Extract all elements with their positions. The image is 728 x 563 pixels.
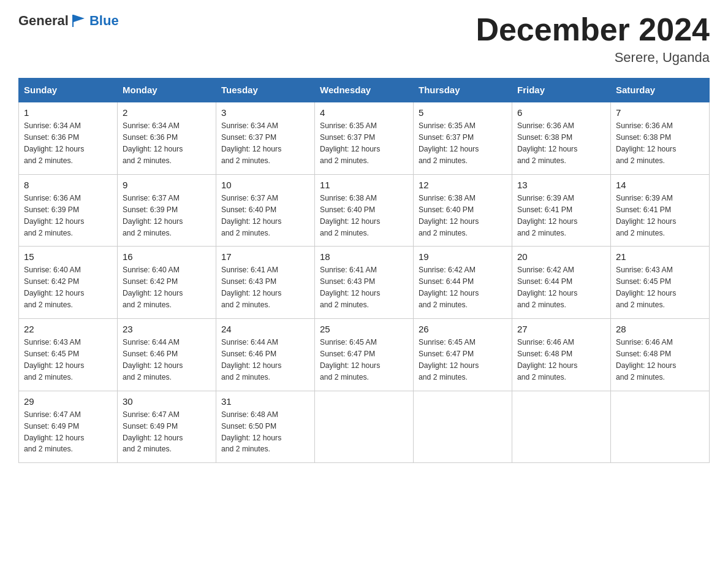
day-number: 21 [616, 251, 704, 262]
day-number: 30 [123, 396, 211, 407]
day-info: Sunrise: 6:37 AM Sunset: 6:40 PM Dayligh… [221, 193, 309, 239]
location-title: Serere, Uganda [476, 50, 710, 66]
calendar-cell: 14 Sunrise: 6:39 AM Sunset: 6:41 PM Dayl… [611, 174, 710, 247]
calendar-week-row: 1 Sunrise: 6:34 AM Sunset: 6:36 PM Dayli… [19, 102, 710, 174]
day-number: 2 [123, 107, 211, 118]
day-info: Sunrise: 6:36 AM Sunset: 6:39 PM Dayligh… [24, 193, 112, 239]
day-number: 16 [123, 251, 211, 262]
calendar-cell: 25 Sunrise: 6:45 AM Sunset: 6:47 PM Dayl… [315, 319, 414, 391]
day-info: Sunrise: 6:45 AM Sunset: 6:47 PM Dayligh… [320, 337, 408, 383]
day-number: 23 [123, 324, 211, 334]
calendar-cell [315, 391, 414, 463]
calendar-week-row: 29 Sunrise: 6:47 AM Sunset: 6:49 PM Dayl… [19, 391, 710, 463]
day-number: 19 [419, 251, 507, 262]
calendar-cell: 13 Sunrise: 6:39 AM Sunset: 6:41 PM Dayl… [512, 174, 611, 247]
day-info: Sunrise: 6:37 AM Sunset: 6:39 PM Dayligh… [123, 193, 211, 239]
column-header-sunday: Sunday [19, 79, 118, 102]
calendar-cell: 11 Sunrise: 6:38 AM Sunset: 6:40 PM Dayl… [315, 174, 414, 247]
day-info: Sunrise: 6:34 AM Sunset: 6:36 PM Dayligh… [123, 120, 211, 167]
calendar-cell: 9 Sunrise: 6:37 AM Sunset: 6:39 PM Dayli… [118, 174, 216, 247]
month-title: December 2024 [476, 12, 710, 47]
day-info: Sunrise: 6:39 AM Sunset: 6:41 PM Dayligh… [616, 193, 704, 239]
day-info: Sunrise: 6:47 AM Sunset: 6:49 PM Dayligh… [24, 409, 112, 456]
calendar-cell: 18 Sunrise: 6:41 AM Sunset: 6:43 PM Dayl… [315, 247, 414, 319]
day-number: 26 [419, 324, 507, 334]
calendar-week-row: 15 Sunrise: 6:40 AM Sunset: 6:42 PM Dayl… [19, 247, 710, 319]
day-info: Sunrise: 6:44 AM Sunset: 6:46 PM Dayligh… [221, 337, 309, 383]
day-number: 13 [517, 180, 605, 190]
day-number: 9 [123, 180, 211, 190]
day-info: Sunrise: 6:41 AM Sunset: 6:43 PM Dayligh… [221, 264, 309, 311]
calendar-cell: 2 Sunrise: 6:34 AM Sunset: 6:36 PM Dayli… [118, 102, 216, 174]
day-number: 25 [320, 324, 408, 334]
day-info: Sunrise: 6:35 AM Sunset: 6:37 PM Dayligh… [419, 120, 507, 167]
day-info: Sunrise: 6:44 AM Sunset: 6:46 PM Dayligh… [123, 337, 211, 383]
column-header-wednesday: Wednesday [315, 79, 414, 102]
day-number: 5 [419, 107, 507, 118]
calendar-cell [414, 391, 512, 463]
day-info: Sunrise: 6:46 AM Sunset: 6:48 PM Dayligh… [616, 337, 704, 383]
day-info: Sunrise: 6:41 AM Sunset: 6:43 PM Dayligh… [320, 264, 408, 311]
day-info: Sunrise: 6:35 AM Sunset: 6:37 PM Dayligh… [320, 120, 408, 167]
calendar-cell: 21 Sunrise: 6:43 AM Sunset: 6:45 PM Dayl… [611, 247, 710, 319]
day-info: Sunrise: 6:39 AM Sunset: 6:41 PM Dayligh… [517, 193, 605, 239]
day-number: 15 [24, 251, 112, 262]
day-number: 24 [221, 324, 309, 334]
svg-marker-0 [72, 15, 85, 27]
day-info: Sunrise: 6:34 AM Sunset: 6:36 PM Dayligh… [24, 120, 112, 167]
column-header-tuesday: Tuesday [216, 79, 315, 102]
calendar-week-row: 8 Sunrise: 6:36 AM Sunset: 6:39 PM Dayli… [19, 174, 710, 247]
calendar-cell: 29 Sunrise: 6:47 AM Sunset: 6:49 PM Dayl… [19, 391, 118, 463]
calendar-cell: 15 Sunrise: 6:40 AM Sunset: 6:42 PM Dayl… [19, 247, 118, 319]
day-number: 8 [24, 180, 112, 190]
day-info: Sunrise: 6:47 AM Sunset: 6:49 PM Dayligh… [123, 409, 211, 456]
calendar-header-row: SundayMondayTuesdayWednesdayThursdayFrid… [19, 79, 710, 102]
logo-text-general: General [18, 13, 69, 29]
column-header-thursday: Thursday [414, 79, 512, 102]
calendar-cell: 7 Sunrise: 6:36 AM Sunset: 6:38 PM Dayli… [611, 102, 710, 174]
day-number: 3 [221, 107, 309, 118]
calendar-cell: 5 Sunrise: 6:35 AM Sunset: 6:37 PM Dayli… [414, 102, 512, 174]
day-number: 10 [221, 180, 309, 190]
day-info: Sunrise: 6:38 AM Sunset: 6:40 PM Dayligh… [419, 193, 507, 239]
calendar-cell: 10 Sunrise: 6:37 AM Sunset: 6:40 PM Dayl… [216, 174, 315, 247]
day-number: 12 [419, 180, 507, 190]
calendar-cell: 23 Sunrise: 6:44 AM Sunset: 6:46 PM Dayl… [118, 319, 216, 391]
calendar-cell: 12 Sunrise: 6:38 AM Sunset: 6:40 PM Dayl… [414, 174, 512, 247]
logo-flag-icon [70, 12, 87, 29]
day-number: 11 [320, 180, 408, 190]
day-number: 17 [221, 251, 309, 262]
day-number: 27 [517, 324, 605, 334]
day-info: Sunrise: 6:43 AM Sunset: 6:45 PM Dayligh… [24, 337, 112, 383]
calendar-cell: 31 Sunrise: 6:48 AM Sunset: 6:50 PM Dayl… [216, 391, 315, 463]
day-info: Sunrise: 6:36 AM Sunset: 6:38 PM Dayligh… [616, 120, 704, 167]
page-header: General Blue December 2024 Serere, Ugand… [18, 12, 710, 66]
column-header-friday: Friday [512, 79, 611, 102]
calendar-cell: 1 Sunrise: 6:34 AM Sunset: 6:36 PM Dayli… [19, 102, 118, 174]
calendar-cell: 6 Sunrise: 6:36 AM Sunset: 6:38 PM Dayli… [512, 102, 611, 174]
day-number: 6 [517, 107, 605, 118]
day-info: Sunrise: 6:45 AM Sunset: 6:47 PM Dayligh… [419, 337, 507, 383]
day-number: 28 [616, 324, 704, 334]
day-number: 4 [320, 107, 408, 118]
calendar-cell [512, 391, 611, 463]
day-info: Sunrise: 6:42 AM Sunset: 6:44 PM Dayligh… [419, 264, 507, 311]
day-number: 29 [24, 396, 112, 407]
calendar-cell: 16 Sunrise: 6:40 AM Sunset: 6:42 PM Dayl… [118, 247, 216, 319]
day-info: Sunrise: 6:40 AM Sunset: 6:42 PM Dayligh… [123, 264, 211, 311]
calendar-week-row: 22 Sunrise: 6:43 AM Sunset: 6:45 PM Dayl… [19, 319, 710, 391]
calendar-cell: 26 Sunrise: 6:45 AM Sunset: 6:47 PM Dayl… [414, 319, 512, 391]
calendar-cell: 22 Sunrise: 6:43 AM Sunset: 6:45 PM Dayl… [19, 319, 118, 391]
calendar-cell: 30 Sunrise: 6:47 AM Sunset: 6:49 PM Dayl… [118, 391, 216, 463]
calendar-cell [611, 391, 710, 463]
day-number: 1 [24, 107, 112, 118]
calendar-cell: 19 Sunrise: 6:42 AM Sunset: 6:44 PM Dayl… [414, 247, 512, 319]
calendar-cell: 20 Sunrise: 6:42 AM Sunset: 6:44 PM Dayl… [512, 247, 611, 319]
calendar-cell: 17 Sunrise: 6:41 AM Sunset: 6:43 PM Dayl… [216, 247, 315, 319]
column-header-saturday: Saturday [611, 79, 710, 102]
calendar-cell: 24 Sunrise: 6:44 AM Sunset: 6:46 PM Dayl… [216, 319, 315, 391]
calendar-table: SundayMondayTuesdayWednesdayThursdayFrid… [18, 78, 710, 463]
logo: General Blue [18, 12, 119, 29]
day-number: 18 [320, 251, 408, 262]
day-info: Sunrise: 6:43 AM Sunset: 6:45 PM Dayligh… [616, 264, 704, 311]
